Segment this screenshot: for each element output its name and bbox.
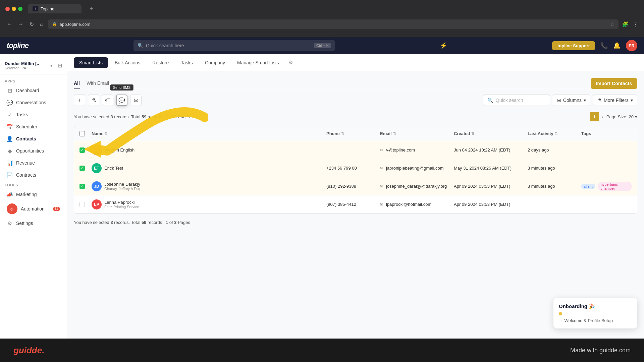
current-page-number[interactable]: 1 <box>590 112 599 121</box>
email-button[interactable]: ✉ <box>130 95 142 106</box>
company-chevron-icon: ▾ <box>50 63 52 68</box>
onboarding-link[interactable]: → Welcome & Profile Setup <box>559 318 632 323</box>
phone-icon[interactable]: 📞 <box>600 42 608 49</box>
select-all-checkbox[interactable] <box>79 131 85 136</box>
page-size-chevron: ▾ <box>635 114 637 119</box>
row-checkbox[interactable]: ✓ <box>79 184 85 189</box>
more-filters-button[interactable]: ⚗ More Filters ▾ <box>593 95 637 106</box>
tag-button[interactable]: 🏷 <box>102 95 113 106</box>
sidebar-item-conversations[interactable]: 💬 Conversations <box>2 97 65 108</box>
table-row[interactable]: LP Lenna Paprocki Feltz Printing Service… <box>74 195 637 214</box>
scheduler-icon: 📅 <box>7 124 13 130</box>
sidebar-item-marketing[interactable]: 📣 Marketing <box>2 189 65 200</box>
minimize-dot[interactable] <box>12 7 16 11</box>
new-tab-button[interactable]: + <box>90 5 93 12</box>
marketing-icon: 📣 <box>7 191 13 197</box>
sidebar-item-settings[interactable]: ⚙ Settings <box>2 218 65 229</box>
bolt-icon: ⚡ <box>440 42 447 49</box>
tab-favicon: t <box>33 6 38 11</box>
contacts-table: Name ⇅ Phone ⇅ Email ⇅ Created <box>74 126 637 214</box>
sidebar-item-contacts[interactable]: 👤 Contacts <box>2 133 65 144</box>
global-search[interactable]: 🔍 Quick search here Ctrl + K <box>133 40 335 51</box>
columns-icon: ⊞ <box>557 98 561 103</box>
last-activity-sort-icon[interactable]: ⇅ <box>555 131 558 136</box>
contact-avatar: VE <box>92 145 102 155</box>
cell-name: LP Lenna Paprocki Feltz Printing Service <box>92 199 326 209</box>
sidebar-item-opportunities[interactable]: ◆ Opportunities <box>2 145 65 157</box>
created-sort-icon[interactable]: ⇅ <box>471 131 474 136</box>
cell-phone: (907) 385-4412 <box>326 202 380 207</box>
row-checkbox[interactable] <box>79 202 85 207</box>
sidebar-item-label: Revenue <box>16 160 35 166</box>
sidebar-item-automation[interactable]: g. Automation 14 <box>2 201 65 217</box>
total-records-text: Total 59 records <box>131 114 162 119</box>
th-phone: Phone ⇅ <box>326 131 380 136</box>
company-location: Scranton, PA <box>5 66 39 70</box>
company-selector[interactable]: Dunder Mifflin [.. Scranton, PA ▾ ⊟ <box>0 58 67 74</box>
filter-button[interactable]: ⚗ <box>88 95 99 106</box>
tab-company[interactable]: Company <box>200 57 230 68</box>
cell-created: Apr 09 2024 03:53 PM (EDT) <box>454 184 528 189</box>
phone-sort-icon[interactable]: ⇅ <box>341 131 344 136</box>
cell-email: ✉ josephine_darakjy@darakjy.org <box>380 184 454 189</box>
cell-email: ✉ v@topline.com <box>380 147 454 153</box>
onboarding-panel: Onboarding 🎉 → Welcome & Profile Setup <box>553 298 637 328</box>
tab-manage-smart-lists[interactable]: Manage Smart Lists <box>232 57 284 68</box>
tab-smart-lists[interactable]: Smart Lists <box>74 57 108 68</box>
sidebar: Dunder Mifflin [.. Scranton, PA ▾ ⊟ Apps… <box>0 54 67 339</box>
layout-toggle-icon[interactable]: ⊟ <box>58 62 62 69</box>
sidebar-item-label: Contracts <box>16 172 36 178</box>
sidebar-item-label: Settings <box>16 221 33 226</box>
table-row[interactable]: ✓ JD Josephine Darakjy Chanay, Jeffrey A… <box>74 177 637 195</box>
sidebar-item-tasks[interactable]: ✓ Tasks <box>2 109 65 120</box>
address-bar[interactable]: 🔒 app.topline.com ☆ <box>48 19 619 29</box>
made-with-text: Made with guidde.com <box>570 347 631 354</box>
row-checkbox[interactable]: ✓ <box>79 166 85 171</box>
sidebar-item-contracts[interactable]: 📄 Contracts <box>2 169 65 181</box>
cell-name: JD Josephine Darakjy Chanay, Jeffrey A E… <box>92 181 326 191</box>
add-button[interactable]: + <box>74 95 85 106</box>
next-page-button[interactable]: › <box>602 114 603 120</box>
contact-avatar: JD <box>92 181 102 191</box>
sidebar-item-scheduler[interactable]: 📅 Scheduler <box>2 121 65 132</box>
filters-chevron-icon: ▾ <box>631 98 633 103</box>
reload-button[interactable]: ↻ <box>28 20 35 29</box>
filter-tab-with-email[interactable]: With Email <box>87 78 109 89</box>
table-row[interactable]: ✓ VE Vaughn English ✉ v@topline.com Jun … <box>74 141 637 159</box>
toolbar: + ⚗ 🏷 Send SMS 💬 ✉ 🔍 Quick search ⊞ <box>74 95 637 106</box>
cell-created: Jun 04 2024 10:22 AM (EDT) <box>454 147 528 153</box>
forward-button[interactable]: → <box>17 20 25 28</box>
browser-menu-button[interactable]: ⋮ <box>632 20 639 28</box>
filter-tab-all[interactable]: All <box>74 78 80 89</box>
bookmark-icon[interactable]: ☆ <box>610 21 614 27</box>
browser-tab[interactable]: t Topline <box>28 4 82 13</box>
tab-tasks[interactable]: Tasks <box>175 57 198 68</box>
notifications-bell[interactable]: 🔔 <box>613 42 621 49</box>
quick-search-icon: 🔍 <box>487 98 493 103</box>
apps-section-label: Apps <box>0 77 67 84</box>
extension-icon[interactable]: 🧩 <box>622 21 629 27</box>
table-row[interactable]: ✓ ET Erick Test +234 56 799 00 ✉ jabroni… <box>74 159 637 177</box>
home-button[interactable]: ⌂ <box>39 20 45 28</box>
row-checkbox[interactable]: ✓ <box>79 147 85 153</box>
back-button[interactable]: ← <box>5 20 13 28</box>
fullscreen-dot[interactable] <box>18 7 22 11</box>
tab-settings-icon[interactable]: ⚙ <box>288 59 293 66</box>
close-dot[interactable] <box>5 7 10 11</box>
support-button[interactable]: topline Support <box>552 41 595 50</box>
contacts-icon: 👤 <box>7 136 13 142</box>
email-sort-icon[interactable]: ⇅ <box>393 131 396 136</box>
page-size-selector[interactable]: Page Size: 20 ▾ <box>606 114 637 119</box>
name-sort-icon[interactable]: ⇅ <box>105 131 108 136</box>
cell-last-activity: 3 minutes ago <box>528 184 581 189</box>
send-sms-button[interactable]: 💬 <box>116 95 127 106</box>
columns-button[interactable]: ⊞ Columns ▾ <box>553 95 590 106</box>
import-contacts-button[interactable]: Import Contacts <box>591 78 637 89</box>
user-avatar[interactable]: ER <box>626 40 637 51</box>
guidde-logo: guidde. <box>13 345 44 356</box>
sidebar-item-dashboard[interactable]: ⊞ Dashboard <box>2 85 65 96</box>
tab-bulk-actions[interactable]: Bulk Actions <box>109 57 146 68</box>
quick-search-input[interactable]: 🔍 Quick search <box>483 95 550 106</box>
tab-restore[interactable]: Restore <box>147 57 174 68</box>
sidebar-item-revenue[interactable]: 📊 Revenue <box>2 157 65 169</box>
